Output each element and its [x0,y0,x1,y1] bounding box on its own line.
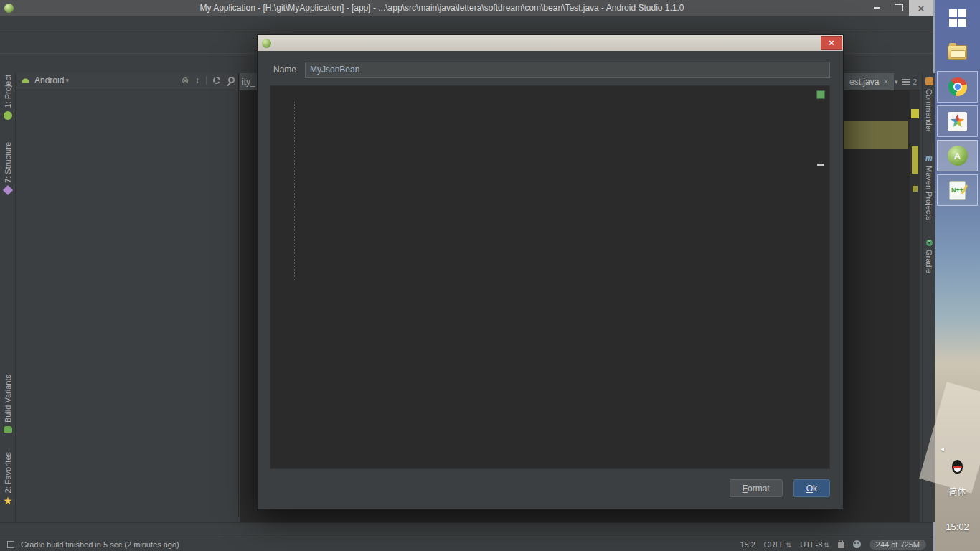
ime-indicator[interactable]: 简体 [935,485,980,497]
toolwindow-toggle-icon[interactable] [7,541,14,548]
star-app-icon [948,112,967,131]
gradle-tab-label: Gradle [925,250,933,273]
windows-start-button[interactable] [937,2,978,34]
android-studio-logo-icon [4,4,14,13]
file-explorer-button[interactable] [937,37,978,68]
commander-icon [925,77,933,85]
dialog-title-bar [258,35,843,51]
stripe-mark [911,109,919,118]
qq-tray-icon[interactable] [952,460,963,474]
notepad-plus-icon: N++ [949,181,966,200]
pin-icon[interactable] [227,77,235,85]
toolwindow-tab-build-variants[interactable]: Build Variants [0,375,16,433]
structure-icon [3,185,13,195]
toolwindow-tab-gradle[interactable]: Gradle [923,240,936,273]
favorites-tab-label: 2: Favorites [4,452,12,493]
inspection-status-icon [816,90,825,99]
window-title: My Application - [H:\git\MyApplication] … [18,3,866,13]
status-bar-widgets: 15:2 CRLF⇅ UTF-8⇅ 244 of 725M [740,540,926,550]
android-studio-icon: A [948,146,968,166]
ok-button[interactable]: Ok [793,479,830,497]
updown-icon: ⇅ [786,542,792,549]
windows-logo-icon [949,9,966,27]
header-separator [206,76,207,85]
commander-tab-label: Commander [925,89,933,133]
tab-close-icon[interactable]: × [883,73,888,90]
tab-list-icon[interactable] [902,79,910,85]
project-tool-window: Android ▾ ⊗ ↕ [17,73,239,517]
line-separator-widget[interactable]: CRLF⇅ [764,540,791,549]
notepad-plus-button[interactable]: N++ [937,174,978,206]
stripe-mark [913,186,918,192]
title-bar: My Application - [H:\git\MyApplication] … [0,0,933,16]
taskbar-clock[interactable]: 15:02 [935,522,980,532]
windows-taskbar: A N++ ◂ 简体 15:02 [935,0,980,551]
build-variants-tab-label: Build Variants [4,375,12,423]
minimize-button[interactable] [866,0,887,16]
editor-tab-partial[interactable]: ity_ [240,73,258,90]
android-icon [21,75,31,85]
show-hidden-icons-arrow[interactable]: ◂ [941,445,944,453]
toolwindow-tab-structure[interactable]: 7: Structure [0,142,16,194]
toolwindow-tab-favorites[interactable]: 2: Favorites [0,452,16,505]
caret-position[interactable]: 15:2 [740,540,755,549]
file-explorer-icon [948,45,967,60]
editor-selection-highlight [844,121,908,149]
project-tree [17,90,238,517]
json-bean-dialog: Name Format Ok [257,34,844,509]
collapse-all-icon[interactable]: ⊗ [182,75,189,85]
android-face-icon [4,111,12,120]
editor-tab-label: est.java [849,73,879,90]
bottom-tool-window-bar [0,522,933,537]
maven-tab-label: Maven Projects [925,166,933,220]
android-studio-window: My Application - [H:\git\MyApplication] … [0,0,935,551]
structure-tab-label: 7: Structure [4,142,12,183]
menu-bar [0,16,933,32]
maximize-button[interactable] [887,0,909,16]
status-bar: Gradle build finished in 5 sec (2 minute… [0,537,933,551]
settings-gear-icon[interactable] [213,77,220,84]
lock-icon[interactable] [838,542,844,548]
left-tool-strip: 1: Project 7: Structure Build Variants 2… [0,73,16,522]
chevron-down-icon[interactable]: ▾ [65,77,69,84]
name-row: Name [273,61,830,78]
toolwindow-tab-maven[interactable]: m Maven Projects [923,154,936,220]
status-message: Gradle build finished in 5 sec (2 minute… [21,540,179,549]
chrome-icon [948,77,967,96]
build-variants-icon [4,426,12,433]
editor-tab-testjava[interactable]: est.java × [844,73,894,90]
fold-guide-line [294,102,295,281]
stripe-mark [912,146,918,174]
star-app-button[interactable] [937,105,978,137]
format-button[interactable]: Format [730,479,783,497]
name-input[interactable] [305,62,830,78]
star-icon [4,496,12,505]
encoding-widget[interactable]: UTF-8⇅ [800,540,829,549]
dialog-android-logo-icon [262,39,271,48]
toolwindow-tab-project[interactable]: 1: Project [0,75,16,120]
project-panel-header: Android ▾ ⊗ ↕ [17,73,238,88]
hidden-tab-count: 2 [913,78,918,86]
android-studio-button[interactable]: A [937,140,978,171]
scrollbar-mark [817,164,824,166]
dialog-close-button[interactable] [821,36,842,50]
dialog-buttons: Format Ok [730,479,830,497]
gradle-icon [926,240,933,246]
editor-error-stripe[interactable] [910,90,920,522]
scroll-from-source-icon[interactable]: ↕ [195,75,199,85]
inspection-profile-icon[interactable] [853,540,861,548]
toolwindow-tab-commander[interactable]: Commander [923,77,936,133]
project-tab-label: 1: Project [4,75,12,108]
name-label: Name [273,65,305,75]
project-view-selector[interactable]: Android [34,75,64,85]
json-editor[interactable] [270,85,830,469]
tab-bar-extras: ▾ 2 [895,73,917,90]
maven-icon: m [925,154,933,162]
chrome-button[interactable] [937,71,978,103]
close-button[interactable] [909,0,933,16]
chevron-down-icon[interactable]: ▾ [895,78,898,85]
updown-icon: ⇅ [824,542,829,549]
memory-indicator[interactable]: 244 of 725M [870,540,926,550]
